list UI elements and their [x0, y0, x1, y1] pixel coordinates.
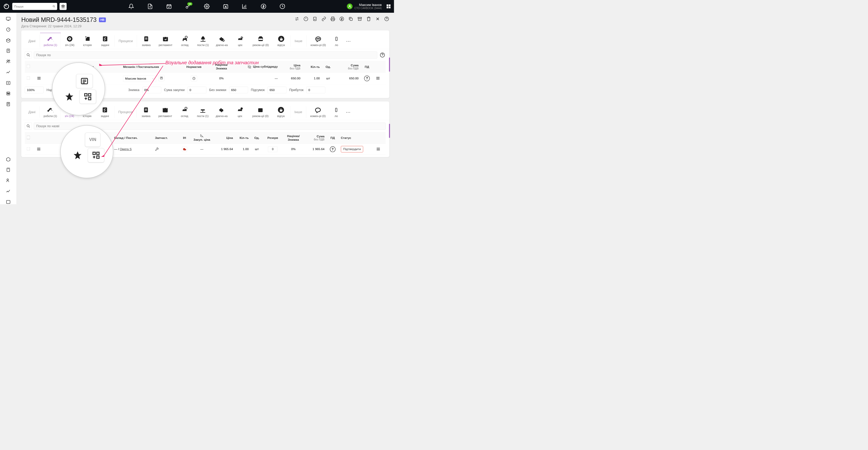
confirm-button[interactable]: Підтвердити: [341, 146, 363, 153]
bell-icon[interactable]: [128, 3, 135, 10]
tab-rekomtsii-2[interactable]: реком-ції (0): [249, 104, 272, 120]
tab-zayavka-2[interactable]: заявка: [137, 104, 155, 120]
file-check-icon[interactable]: [312, 17, 317, 22]
callout-vin-button[interactable]: VIN: [85, 133, 100, 147]
copy-icon[interactable]: [348, 17, 353, 22]
sidebar-box-icon[interactable]: [6, 38, 11, 43]
tab-dani-2[interactable]: Дані: [25, 110, 39, 114]
sidebar-gauge-icon[interactable]: [6, 27, 11, 32]
gear-icon[interactable]: [203, 3, 210, 10]
parts-row-actions-icon[interactable]: [376, 147, 381, 152]
sidebar-calendar2-icon[interactable]: [6, 199, 11, 204]
reserve-input[interactable]: 0: [268, 147, 277, 152]
link-icon[interactable]: [321, 17, 327, 22]
tab-tseh[interactable]: цех: [231, 33, 249, 49]
tab-reglament-2[interactable]: регламент: [155, 104, 176, 120]
callout-grid-add-button-2[interactable]: [88, 148, 104, 162]
global-search[interactable]: [12, 3, 57, 10]
works-checkall[interactable]: [27, 65, 30, 68]
sidebar-box2-icon[interactable]: [6, 157, 11, 162]
archive-icon[interactable]: [357, 17, 363, 22]
calendar-check-icon[interactable]: [165, 3, 173, 10]
sidebar-clipboard-icon[interactable]: [6, 49, 11, 53]
pct-input[interactable]: [25, 87, 44, 93]
norm-clock-button[interactable]: [191, 75, 197, 82]
tabs-more-icon-2[interactable]: ⋯: [343, 109, 353, 115]
sidebar-chart-icon[interactable]: [6, 70, 11, 75]
warning-icon[interactable]: [303, 17, 309, 22]
tab-zayavka[interactable]: заявка: [137, 33, 155, 49]
tab-protsesy[interactable]: Процеси: [115, 39, 136, 43]
tab-istoriya[interactable]: історія: [79, 33, 96, 49]
tab-zch[interactable]: з/ч (24): [61, 33, 79, 49]
search-button[interactable]: [25, 52, 32, 59]
search-button-2[interactable]: [25, 123, 32, 130]
tab-zadachi[interactable]: задачі: [96, 33, 114, 49]
tab-posty[interactable]: пости (1): [194, 33, 212, 49]
tab-tseh-2[interactable]: цех: [231, 104, 249, 120]
dollar-icon[interactable]: [260, 3, 267, 10]
tab-posty-2[interactable]: пости (1): [193, 104, 212, 120]
sidebar-clipboard2-icon[interactable]: [6, 167, 11, 172]
tab-reglament[interactable]: регламент: [155, 33, 176, 49]
subtotal-input[interactable]: [268, 87, 286, 93]
tab-inshe[interactable]: Інше: [291, 39, 306, 43]
tab-oglyad-2[interactable]: огляд: [176, 104, 193, 120]
tab-diagnoka[interactable]: діагно-ка: [212, 33, 231, 49]
tab-lo-2[interactable]: ло: [329, 104, 343, 120]
mechanic-edit-button[interactable]: [158, 75, 165, 81]
user-block[interactable]: Максим Іванов СТО CARBOOK (9444): [347, 3, 382, 10]
row-actions-icon[interactable]: [375, 76, 380, 81]
sidebar-calendar-user-icon[interactable]: [6, 81, 11, 85]
callout-star-button[interactable]: [61, 90, 78, 104]
tab-oglyad[interactable]: огляд: [176, 33, 194, 49]
sidebar-sliders-icon[interactable]: [6, 91, 11, 96]
apps-grid-icon[interactable]: [386, 4, 391, 9]
calendar-user-icon[interactable]: [222, 3, 229, 10]
sidebar-book-icon[interactable]: [6, 102, 11, 107]
sidebar-users-icon[interactable]: [6, 59, 11, 64]
chart-icon[interactable]: [241, 3, 248, 10]
callout-list-button[interactable]: [76, 74, 93, 88]
tab-komenri-2[interactable]: комен-рі (0): [307, 104, 329, 120]
help-button[interactable]: [379, 52, 385, 58]
tab-roboty-2[interactable]: роботи (1): [40, 104, 61, 120]
close-icon[interactable]: [375, 17, 380, 22]
print-icon[interactable]: [330, 17, 335, 22]
works-search-input[interactable]: [34, 52, 377, 59]
parts-row-menu-icon[interactable]: [36, 147, 41, 152]
discount-input[interactable]: [142, 87, 161, 93]
row-menu-icon[interactable]: [36, 76, 42, 81]
help-icon[interactable]: [384, 17, 389, 22]
clock-alert-icon[interactable]: [279, 3, 286, 10]
tab-rekomtsii[interactable]: реком-ції (0): [249, 33, 272, 49]
callout-grid-add-button[interactable]: [80, 90, 96, 104]
tab-lo[interactable]: ло: [330, 33, 343, 49]
swap-icon[interactable]: [294, 17, 300, 22]
mechanic-select[interactable]: Максим Іванов: [123, 75, 156, 82]
dollar-circle-icon[interactable]: [339, 17, 344, 22]
callout-star-button-2[interactable]: [69, 148, 86, 162]
parts-checkall[interactable]: [27, 136, 30, 139]
tab-roboty[interactable]: роботи (1): [40, 33, 61, 49]
cloud-button[interactable]: [182, 147, 187, 152]
tab-protsesy-2[interactable]: Процеси: [115, 110, 136, 114]
tab-vidguk-2[interactable]: відгук: [272, 104, 290, 120]
parts-help[interactable]: ?: [330, 147, 336, 152]
purchase-input[interactable]: [187, 87, 206, 93]
tab-zadachi-2[interactable]: задачі: [96, 104, 114, 120]
wrench-icon[interactable]: [155, 147, 159, 151]
profit-input[interactable]: [307, 87, 326, 93]
sidebar-monitor-icon[interactable]: [6, 17, 11, 21]
tab-komenri[interactable]: комен-рі (0): [307, 33, 330, 49]
nodiscount-input[interactable]: [229, 87, 248, 93]
key-icon[interactable]: 10: [184, 3, 191, 10]
trash-icon[interactable]: [366, 17, 371, 22]
global-search-input[interactable]: [14, 4, 53, 8]
file-plus-icon[interactable]: [147, 3, 154, 10]
bank-button[interactable]: [60, 3, 67, 10]
logo-icon[interactable]: [3, 3, 10, 10]
parts-row-check[interactable]: [27, 147, 30, 151]
works-row-check[interactable]: [27, 76, 30, 79]
sidebar-chart2-icon[interactable]: [6, 189, 11, 194]
